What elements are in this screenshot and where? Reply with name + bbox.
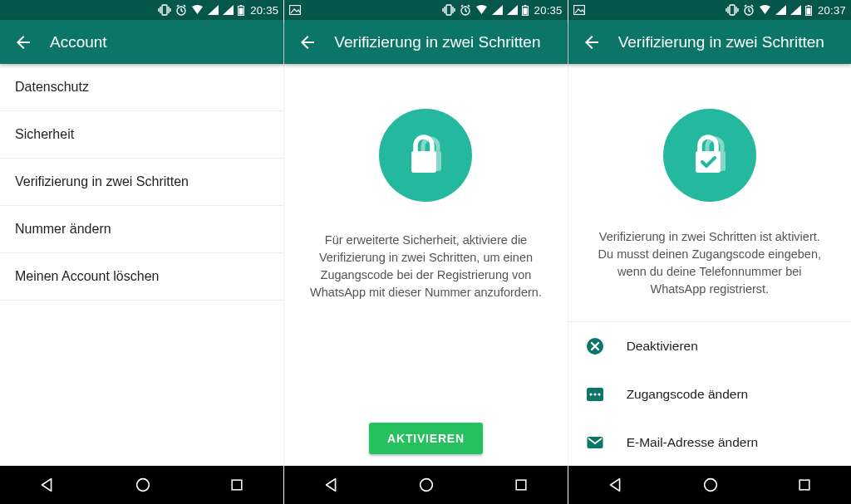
back-button[interactable]: [7, 26, 40, 59]
svg-line-24: [461, 5, 463, 7]
nav-back-button[interactable]: [607, 476, 625, 494]
arrow-back-icon: [13, 32, 33, 52]
svg-rect-56: [799, 480, 809, 490]
svg-line-23: [465, 11, 467, 12]
svg-line-7: [181, 11, 183, 12]
list-item-label: Meinen Account löschen: [15, 269, 159, 284]
title-bar: Account: [0, 20, 283, 64]
action-change-email[interactable]: E-Mail-Adresse ändern: [568, 418, 851, 466]
nav-recent-button[interactable]: [796, 477, 813, 493]
list-item-two-step[interactable]: Verifizierung in zwei Schritten: [0, 159, 283, 206]
list-item-label: Verifizierung in zwei Schritten: [15, 174, 189, 189]
email-icon: [585, 433, 605, 452]
password-icon: [585, 385, 605, 404]
nav-home-button[interactable]: [701, 476, 720, 494]
action-change-code[interactable]: Zugangscode ändern: [568, 370, 851, 418]
svg-line-43: [751, 5, 753, 7]
vibrate-icon: [726, 4, 739, 16]
svg-point-52: [593, 393, 596, 395]
list-item-privacy[interactable]: Datenschutz: [0, 64, 283, 111]
title-bar: Verifizierung in zwei Schritten: [568, 20, 851, 64]
signal-icon-1: [492, 5, 503, 15]
nav-home-button[interactable]: [417, 476, 435, 494]
vibrate-icon: [158, 4, 171, 16]
status-bar: 20:35: [284, 0, 567, 20]
nav-home-button[interactable]: [134, 476, 152, 494]
title-bar: Verifizierung in zwei Schritten: [284, 20, 567, 64]
screen-two-step-active: 20:37 Verifizierung in zwei Schritten: [568, 0, 851, 504]
action-label: Zugangscode ändern: [627, 387, 749, 402]
svg-point-53: [598, 393, 600, 395]
screen-two-step-setup: 20:35 Verifizierung in zwei Schritten: [283, 0, 567, 504]
alarm-icon: [460, 4, 471, 16]
close-circle-icon: [585, 337, 605, 355]
description-text: Verifizierung in zwei Schritten ist akti…: [568, 228, 851, 298]
content: Für erweiterte Sicherheit, aktiviere die…: [284, 64, 567, 466]
svg-rect-34: [730, 5, 735, 15]
nav-recent-button[interactable]: [513, 477, 529, 493]
android-nav-bar: [568, 466, 851, 504]
list-item-security[interactable]: Sicherheit: [0, 111, 283, 159]
lock-check-hero-icon: [663, 109, 756, 202]
content: Datenschutz Sicherheit Verifizierung in …: [0, 64, 283, 466]
signal-icon-1: [208, 5, 219, 15]
battery-icon: [805, 5, 812, 16]
svg-rect-28: [523, 7, 527, 14]
status-bar: 20:37: [568, 0, 851, 20]
signal-icon-1: [775, 5, 786, 15]
nav-recent-button[interactable]: [229, 477, 245, 493]
content: Verifizierung in zwei Schritten ist akti…: [568, 64, 851, 466]
svg-rect-14: [232, 480, 242, 490]
signal-icon-2: [790, 5, 801, 15]
svg-rect-46: [806, 7, 810, 14]
svg-rect-48: [696, 151, 721, 173]
battery-icon: [238, 5, 244, 16]
activate-button[interactable]: AKTIVIEREN: [369, 423, 483, 454]
list-item-label: Nummer ändern: [15, 222, 111, 237]
svg-line-41: [749, 11, 750, 12]
screen-account: 20:35 Account Datenschutz Sicherheit Ver…: [0, 0, 283, 504]
nav-back-button[interactable]: [322, 476, 341, 494]
svg-rect-12: [239, 7, 243, 14]
image-notif-icon: [289, 5, 301, 15]
list-item-change-number[interactable]: Nummer ändern: [0, 206, 283, 253]
status-time: 20:35: [250, 4, 278, 17]
page-title: Verifizierung in zwei Schritten: [618, 33, 824, 51]
svg-line-42: [745, 5, 746, 7]
wifi-icon: [191, 5, 204, 15]
status-time: 20:35: [534, 4, 563, 17]
wifi-icon: [759, 5, 771, 15]
android-nav-bar: [0, 466, 283, 504]
svg-rect-0: [162, 5, 167, 15]
svg-point-55: [704, 479, 716, 492]
alarm-icon: [743, 4, 755, 16]
svg-line-9: [184, 5, 185, 7]
action-label: E-Mail-Adresse ändern: [627, 435, 759, 450]
arrow-back-icon: [298, 32, 317, 52]
android-nav-bar: [284, 466, 567, 504]
back-button[interactable]: [291, 26, 324, 59]
list-item-label: Sicherheit: [15, 127, 74, 142]
svg-point-31: [421, 479, 433, 492]
svg-point-13: [136, 479, 149, 492]
status-bar: 20:35: [0, 0, 283, 20]
signal-icon-2: [223, 5, 234, 15]
image-notif-icon: [573, 5, 585, 15]
actions-list: Deaktivieren Zugangscode ändern E-Mail-A…: [568, 321, 851, 466]
nav-back-button[interactable]: [38, 476, 57, 494]
svg-line-25: [468, 5, 470, 7]
list-item-label: Datenschutz: [15, 80, 89, 95]
back-button[interactable]: [575, 26, 608, 59]
action-deactivate[interactable]: Deaktivieren: [568, 322, 851, 370]
hero: Verifizierung in zwei Schritten ist akti…: [568, 64, 851, 298]
button-wrap: AKTIVIEREN: [284, 423, 567, 454]
wifi-icon: [475, 5, 488, 15]
list-item-delete-account[interactable]: Meinen Account löschen: [0, 253, 283, 301]
description-text: Für erweiterte Sicherheit, aktiviere die…: [284, 232, 567, 301]
signal-icon-2: [507, 5, 518, 15]
svg-rect-30: [411, 151, 436, 173]
page-title: Account: [50, 33, 107, 51]
page-title: Verifizierung in zwei Schritten: [334, 33, 540, 51]
status-time: 20:37: [818, 4, 846, 17]
battery-icon: [522, 5, 529, 16]
